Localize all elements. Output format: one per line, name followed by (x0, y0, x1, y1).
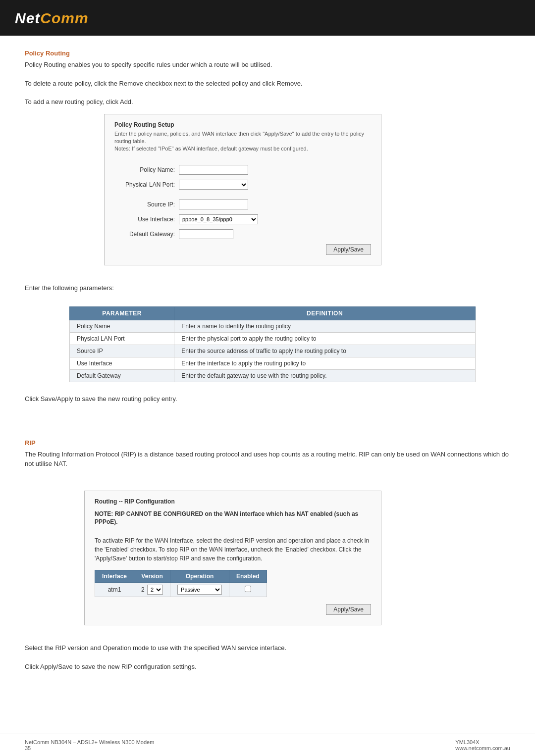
apply-btn-row: Apply/Save (114, 244, 371, 255)
setup-box-title: Policy Routing Setup (114, 121, 371, 128)
setup-box-desc: Enter the policy name, policies, and WAN… (114, 130, 371, 153)
params-table: PARAMETER DEFINITION Policy NameEnter a … (69, 306, 476, 382)
policy-routing-desc3: To add a new routing policy, click Add. (25, 97, 510, 107)
use-interface-select[interactable]: pppoe_0_8_35/ppp0 (179, 214, 258, 224)
params-table-row: Policy NameEnter a name to identify the … (70, 320, 476, 333)
rip-col-enabled: Enabled (229, 570, 267, 583)
rip-col-version: Version (134, 570, 170, 583)
params-table-row: Physical LAN PortEnter the physical port… (70, 333, 476, 345)
policy-name-row: Policy Name: (114, 165, 371, 175)
policy-name-label: Policy Name: (114, 166, 179, 173)
default-gateway-row: Default Gateway: (114, 229, 371, 239)
rip-operation-cell: Passive (170, 583, 229, 597)
params-container: PARAMETER DEFINITION Policy NameEnter a … (69, 306, 476, 382)
rip-select-note: Select the RIP version and Operation mod… (25, 643, 510, 653)
rip-config-box: Routing -- RIP Configuration NOTE: RIP C… (84, 491, 381, 626)
rip-table: Interface Version Operation Enabled atm1… (95, 570, 267, 597)
use-interface-label: Use Interface: (114, 216, 179, 223)
use-interface-row: Use Interface: pppoe_0_8_35/ppp0 (114, 214, 371, 224)
main-content: Policy Routing Policy Routing enables yo… (0, 36, 535, 705)
rip-table-row: atm1 2 2 Passive (95, 583, 267, 597)
footer-right: YML304X www.netcomm.com.au (455, 739, 510, 751)
rip-section: RIP The Routing Information Protocol (RI… (25, 439, 510, 626)
policy-routing-desc1: Policy Routing enables you to specify sp… (25, 60, 510, 70)
params-def-cell: Enter the default gateway to use with th… (174, 370, 476, 382)
params-col-definition: DEFINITION (174, 307, 476, 320)
header: NetComm (0, 0, 535, 36)
physical-lan-row: Physical LAN Port: (114, 180, 371, 190)
params-def-cell: Enter a name to identify the routing pol… (174, 320, 476, 333)
physical-lan-label: Physical LAN Port: (114, 181, 179, 188)
params-def-cell: Enter the physical port to apply the rou… (174, 333, 476, 345)
policy-routing-desc2: To delete a route policy, click the Remo… (25, 79, 510, 89)
params-intro: Enter the following parameters: (25, 283, 510, 293)
rip-version-select[interactable]: 2 (147, 585, 163, 595)
save-note: Click Save/Apply to save the new routing… (25, 394, 510, 404)
rip-operation-select[interactable]: Passive (177, 585, 222, 595)
rip-desc: To activate RIP for the WAN Interface, s… (95, 536, 371, 563)
rip-desc1: The Routing Information Protocol (RIP) i… (25, 450, 510, 469)
params-param-cell: Physical LAN Port (70, 333, 174, 345)
policy-apply-save-button[interactable]: Apply/Save (326, 244, 371, 255)
footer-url: www.netcomm.com.au (455, 745, 510, 751)
rip-save-note: Click Apply/Save to save the new RIP con… (25, 662, 510, 672)
params-col-parameter: PARAMETER (70, 307, 174, 320)
params-param-cell: Use Interface (70, 357, 174, 370)
params-table-row: Use InterfaceEnter the interface to appl… (70, 357, 476, 370)
rip-version-cell: 2 2 (134, 583, 170, 597)
rip-col-interface: Interface (95, 570, 134, 583)
source-ip-input[interactable] (179, 200, 248, 209)
logo: NetComm (15, 9, 89, 27)
footer-yml: YML304X (455, 739, 510, 745)
default-gateway-label: Default Gateway: (114, 231, 179, 238)
rip-heading: RIP (25, 439, 510, 447)
rip-box-title: Routing -- RIP Configuration (95, 498, 371, 505)
footer: NetComm NB304N – ADSL2+ Wireless N300 Mo… (0, 734, 535, 756)
params-param-cell: Policy Name (70, 320, 174, 333)
rip-note: NOTE: RIP CANNOT BE CONFIGURED on the WA… (95, 510, 371, 527)
params-param-cell: Source IP (70, 345, 174, 357)
rip-apply-btn-row: Apply/Save (95, 604, 371, 615)
footer-left-text: NetComm NB304N – ADSL2+ Wireless N300 Mo… (25, 739, 154, 751)
params-table-row: Source IPEnter the source address of tra… (70, 345, 476, 357)
footer-page-number: 35 (25, 745, 31, 751)
rip-enabled-checkbox[interactable] (245, 586, 251, 592)
rip-enabled-cell (229, 583, 267, 597)
params-def-cell: Enter the interface to apply the routing… (174, 357, 476, 370)
params-param-cell: Default Gateway (70, 370, 174, 382)
rip-col-operation: Operation (170, 570, 229, 583)
source-ip-label: Source IP: (114, 201, 179, 208)
policy-routing-heading: Policy Routing (25, 50, 510, 57)
policy-routing-section: Policy Routing Policy Routing enables yo… (25, 50, 510, 265)
rip-interface-cell: atm1 (95, 583, 134, 597)
rip-version-value: 2 (141, 586, 145, 593)
footer-model: NetComm NB304N – ADSL2+ Wireless N300 Mo… (25, 739, 154, 745)
section-divider-1 (25, 429, 510, 429)
params-def-cell: Enter the source address of traffic to a… (174, 345, 476, 357)
params-table-row: Default GatewayEnter the default gateway… (70, 370, 476, 382)
default-gateway-input[interactable] (179, 229, 233, 239)
source-ip-row: Source IP: (114, 200, 371, 209)
policy-name-input[interactable] (179, 165, 248, 175)
rip-apply-save-button[interactable]: Apply/Save (326, 604, 371, 615)
physical-lan-select[interactable] (179, 180, 248, 190)
policy-routing-setup-box: Policy Routing Setup Enter the policy na… (104, 114, 381, 265)
